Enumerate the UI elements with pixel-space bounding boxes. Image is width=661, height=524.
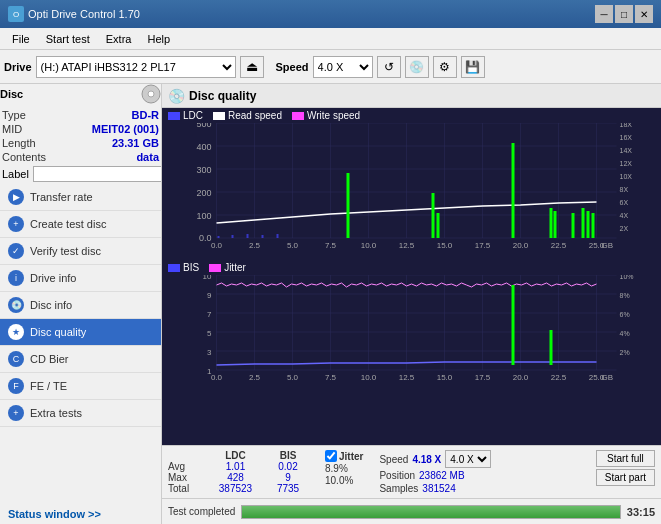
svg-rect-51 (277, 234, 279, 238)
svg-rect-104 (550, 330, 553, 365)
verify-test-disc-icon: ✓ (8, 243, 24, 259)
total-row: Total 387523 7735 (168, 483, 313, 494)
svg-text:5.0: 5.0 (287, 241, 299, 250)
svg-text:5: 5 (207, 329, 212, 338)
svg-text:300: 300 (196, 165, 211, 175)
nav-create-test-disc[interactable]: + Create test disc (0, 211, 161, 238)
svg-text:10%: 10% (620, 275, 634, 280)
titlebar: O Opti Drive Control 1.70 ─ □ ✕ (0, 0, 661, 28)
svg-text:22.5: 22.5 (551, 241, 567, 250)
svg-rect-52 (347, 173, 350, 238)
read-speed-legend-color (213, 112, 225, 120)
nav-fe-te[interactable]: F FE / TE (0, 373, 161, 400)
nav-disc-info-label: Disc info (30, 299, 72, 311)
svg-text:10: 10 (203, 275, 212, 281)
speed-label: Speed (276, 61, 309, 73)
svg-rect-53 (432, 193, 435, 238)
statusbar: Test completed 33:15 (162, 498, 661, 524)
svg-text:6X: 6X (620, 199, 629, 206)
svg-text:0.0: 0.0 (199, 233, 212, 243)
svg-rect-56 (550, 208, 553, 238)
avg-jitter-val: 8.9% (325, 463, 348, 474)
nav-disc-quality[interactable]: ★ Disc quality (0, 319, 161, 346)
close-button[interactable]: ✕ (635, 5, 653, 23)
nav-transfer-rate[interactable]: ▶ Transfer rate (0, 184, 161, 211)
menu-help[interactable]: Help (139, 31, 178, 47)
mid-label: MID (2, 123, 22, 135)
jitter-checkbox[interactable] (325, 450, 337, 462)
nav-disc-info[interactable]: 💿 Disc info (0, 292, 161, 319)
disc-header-label: Disc (0, 88, 23, 100)
nav-cd-bier-label: CD Bier (30, 353, 69, 365)
maximize-button[interactable]: □ (615, 5, 633, 23)
svg-text:10.0: 10.0 (361, 241, 377, 250)
svg-point-1 (148, 91, 154, 97)
total-bis: 7735 (263, 483, 313, 494)
minimize-button[interactable]: ─ (595, 5, 613, 23)
sidebar: Disc Type BD-R MID MEIT02 (001) Length 2… (0, 84, 162, 524)
settings-button[interactable]: ⚙ (433, 56, 457, 78)
nav-verify-test-disc[interactable]: ✓ Verify test disc (0, 238, 161, 265)
app-title: O Opti Drive Control 1.70 (8, 6, 140, 22)
menubar: File Start test Extra Help (0, 28, 661, 50)
stats-table: LDC BIS Avg 1.01 0.02 Max 428 9 (168, 450, 313, 494)
svg-text:100: 100 (196, 211, 211, 221)
speed-select[interactable]: 4.0 X (313, 56, 373, 78)
max-jitter-val: 10.0% (325, 475, 353, 486)
svg-text:17.5: 17.5 (475, 241, 491, 250)
nav-extra-tests[interactable]: + Extra tests (0, 400, 161, 427)
eject-button[interactable]: ⏏ (240, 56, 264, 78)
disc-info-panel: Disc Type BD-R MID MEIT02 (001) Length 2… (0, 84, 161, 184)
speed-position-section: Speed 4.18 X 4.0 X Position 23862 MB Sam… (379, 450, 491, 494)
menu-extra[interactable]: Extra (98, 31, 140, 47)
svg-text:200: 200 (196, 188, 211, 198)
nav-disc-quality-label: Disc quality (30, 326, 86, 338)
nav-cd-bier[interactable]: C CD Bier (0, 346, 161, 373)
refresh-button[interactable]: ↺ (377, 56, 401, 78)
jitter-label: Jitter (339, 451, 363, 462)
label-input[interactable] (33, 166, 162, 182)
disc-quality-icon: ★ (8, 324, 24, 340)
svg-rect-55 (512, 143, 515, 238)
contents-label: Contents (2, 151, 46, 163)
save-button[interactable]: 💾 (461, 56, 485, 78)
svg-rect-2 (172, 123, 652, 253)
drive-select[interactable]: (H:) ATAPI iHBS312 2 PL17 (36, 56, 236, 78)
svg-text:4X: 4X (620, 212, 629, 219)
read-speed-legend-item: Read speed (213, 110, 282, 121)
menu-file[interactable]: File (4, 31, 38, 47)
svg-text:16X: 16X (620, 134, 633, 141)
disc-quality-title: Disc quality (189, 89, 256, 103)
time-display: 33:15 (627, 506, 655, 518)
nav-drive-info[interactable]: i Drive info (0, 265, 161, 292)
progress-bar-container (241, 505, 621, 519)
write-speed-legend-item: Write speed (292, 110, 360, 121)
bis-col-header: BIS (263, 450, 313, 461)
svg-text:10.0: 10.0 (361, 373, 377, 382)
svg-text:15.0: 15.0 (437, 373, 453, 382)
svg-text:0.0: 0.0 (211, 241, 223, 250)
start-full-button[interactable]: Start full (596, 450, 655, 467)
svg-rect-61 (592, 213, 595, 238)
svg-text:7.5: 7.5 (325, 241, 337, 250)
nav-drive-info-label: Drive info (30, 272, 76, 284)
length-value: 23.31 GB (112, 137, 159, 149)
samples-label: Samples (379, 483, 418, 494)
menu-start-test[interactable]: Start test (38, 31, 98, 47)
window-controls: ─ □ ✕ (595, 5, 653, 23)
samples-val: 381524 (422, 483, 455, 494)
start-part-button[interactable]: Start part (596, 469, 655, 486)
jitter-legend-item: Jitter (209, 262, 246, 273)
svg-text:2X: 2X (620, 225, 629, 232)
speed-stat-select[interactable]: 4.0 X (445, 450, 491, 468)
content-area: 💿 Disc quality LDC Read speed Write spee… (162, 84, 661, 524)
disc-button[interactable]: 💿 (405, 56, 429, 78)
svg-rect-103 (512, 285, 515, 365)
svg-text:10X: 10X (620, 173, 633, 180)
avg-bis: 0.02 (263, 461, 313, 472)
status-window-link[interactable]: Status window >> (0, 504, 161, 524)
total-label: Total (168, 483, 208, 494)
drive-label: Drive (4, 61, 32, 73)
app-icon: O (8, 6, 24, 22)
transfer-rate-icon: ▶ (8, 189, 24, 205)
